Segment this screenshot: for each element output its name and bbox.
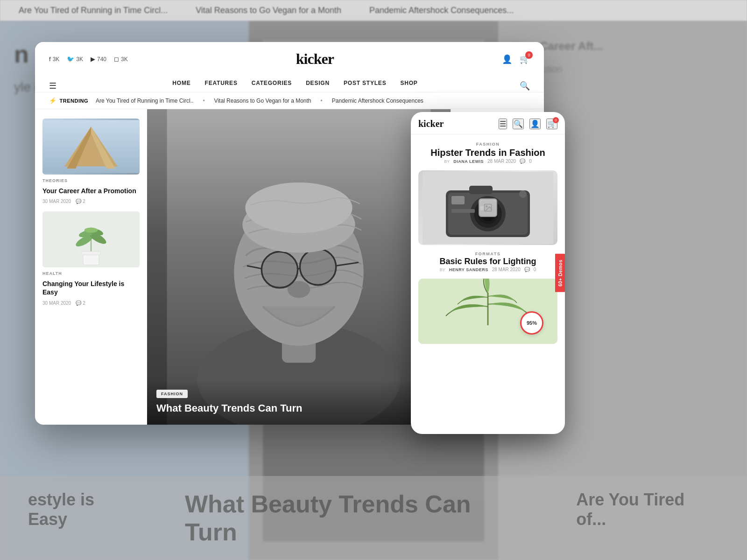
trending-label: ⚡ TRENDING xyxy=(49,97,88,104)
youtube-count: 740 xyxy=(97,56,106,63)
mobile-bottom-image: 95% xyxy=(418,279,557,344)
bg-ticker-item-2: Vital Reasons to Go Vegan for a Month xyxy=(196,6,341,15)
article-comment-1: 💬 2 xyxy=(76,199,85,204)
desktop-nav: ☰ HOME FEATURES CATEGORIES DESIGN POST S… xyxy=(49,74,530,92)
social-youtube[interactable]: ▶ 740 xyxy=(91,56,106,63)
bg-ticker-item-1: Are You Tired of Running in Time Circl..… xyxy=(19,6,168,15)
svg-point-40 xyxy=(486,206,487,207)
mobile-second-article: FORMATS Basic Rules for Lighting BY HENR… xyxy=(418,252,557,272)
mobile-author-line2: BY HENRY SANDERS 28 MAR 2020 💬 0 xyxy=(418,267,557,272)
article-title-1[interactable]: Your Career After a Promotion xyxy=(42,187,140,195)
desktop-header: f 3K 🐦 3K ▶ 740 ◻ 3K kicker xyxy=(35,42,544,92)
featured-category-badge: FASHION xyxy=(156,390,188,398)
svg-rect-38 xyxy=(451,209,475,213)
mobile-article2-date: 28 MAR 2020 xyxy=(492,267,521,272)
comment-icon-1: 💬 xyxy=(76,199,81,204)
nav-features[interactable]: FEATURES xyxy=(205,80,238,92)
mobile-author2-name: HENRY SANDERS xyxy=(449,267,488,272)
facebook-count: 3K xyxy=(53,56,60,63)
header-top: f 3K 🐦 3K ▶ 740 ◻ 3K kicker xyxy=(49,50,530,68)
bg-bottom-item-2: What Beauty Trends Can Turn xyxy=(185,490,529,546)
svg-point-26 xyxy=(245,182,352,233)
mobile-header-icons: ☰ 🔍 👤 🛒 0 xyxy=(499,119,557,129)
trending-item-2[interactable]: Vital Reasons to Go Vegan for a Month xyxy=(214,98,311,104)
featured-title[interactable]: What Beauty Trends Can Turn xyxy=(156,402,441,415)
comment-count-1: 2 xyxy=(83,199,85,204)
nav-shop[interactable]: SHOP xyxy=(400,80,417,92)
article-card-lifestyle: HEALTH Changing Your Lifestyle is Easy 3… xyxy=(42,211,140,305)
image-placeholder-icon xyxy=(479,198,497,217)
camera-visual xyxy=(418,170,557,245)
trending-bar: ⚡ TRENDING Are You Tired of Running in T… xyxy=(35,92,544,109)
twitter-icon: 🐦 xyxy=(67,56,74,63)
mobile-header: kicker ☰ 🔍 👤 🛒 0 xyxy=(411,112,565,134)
mobile-author-name: DIANA LEWIS xyxy=(453,159,484,164)
hamburger-button[interactable]: ☰ xyxy=(49,81,56,91)
trending-item-1[interactable]: Are You Tired of Running in Time Circl.. xyxy=(96,98,193,104)
article-card-career: THEORIES Your Career After a Promotion 3… xyxy=(42,119,140,204)
instagram-count: 3K xyxy=(121,56,128,63)
comment-count-2: 2 xyxy=(83,301,85,306)
bg-bottom-item-1: estyle is Easy xyxy=(28,490,138,546)
mobile-comment-count: 0 xyxy=(529,159,532,164)
bg-text-medium-2: a Promotion xyxy=(512,63,733,76)
article-img-plant xyxy=(42,211,140,267)
article-meta-2: 30 MAR 2020 💬 2 xyxy=(42,301,140,306)
mobile-featured-category: FASHION xyxy=(418,142,557,147)
article-title-2[interactable]: Changing Your Lifestyle is Easy xyxy=(42,280,140,296)
search-button[interactable]: 🔍 xyxy=(520,81,530,91)
mobile-comment-icon: 💬 xyxy=(520,159,525,164)
cart-button[interactable]: 🛒 0 xyxy=(520,54,530,64)
user-button[interactable]: 👤 xyxy=(502,54,512,64)
user-icon: 👤 xyxy=(502,55,512,64)
trending-item-3[interactable]: Pandemic Aftershock Consequences xyxy=(332,98,423,104)
bg-bottom-item-3: Are You Tired of... xyxy=(576,490,719,546)
nav-categories[interactable]: CATEGORIES xyxy=(252,80,292,92)
mobile-featured-title[interactable]: Hipster Trends in Fashion xyxy=(418,147,557,159)
mobile-search[interactable]: 🔍 xyxy=(513,119,524,129)
article-comment-2: 💬 2 xyxy=(76,301,85,306)
trending-dot-2: • xyxy=(321,98,323,104)
nav-home[interactable]: HOME xyxy=(172,80,190,92)
demos-tab[interactable]: 60+ Demos xyxy=(555,254,565,292)
article-category-1: THEORIES xyxy=(42,178,140,183)
svg-point-36 xyxy=(519,190,527,198)
nav-links: HOME FEATURES CATEGORIES DESIGN POST STY… xyxy=(70,80,520,92)
bg-ticker-item-3: Pandemic Aftershock Consequences... xyxy=(369,6,514,15)
comment-icon-2: 💬 xyxy=(76,301,81,306)
svg-point-19 xyxy=(263,253,296,287)
mobile-cart[interactable]: 🛒 0 xyxy=(546,119,557,129)
article-category-2: HEALTH xyxy=(42,271,140,276)
palm-visual: 95% xyxy=(418,279,557,344)
mobile-section-title[interactable]: Basic Rules for Lighting xyxy=(418,256,557,267)
svg-point-21 xyxy=(301,250,335,284)
twitter-count: 3K xyxy=(76,56,83,63)
mobile-logo[interactable]: kicker xyxy=(418,119,444,129)
featured-image: FASHION What Beauty Trends Can Turn xyxy=(147,109,451,425)
mobile-user[interactable]: 👤 xyxy=(529,119,541,129)
trending-text: TRENDING xyxy=(60,98,88,104)
mobile-featured: FASHION Hipster Trends in Fashion BY DIA… xyxy=(418,142,557,164)
nav-post-styles[interactable]: POST STYLES xyxy=(344,80,386,92)
bg-ticker: Are You Tired of Running in Time Circl..… xyxy=(0,0,747,21)
featured-overlay: FASHION What Beauty Trends Can Turn xyxy=(147,379,451,425)
svg-rect-6 xyxy=(81,252,101,255)
social-twitter[interactable]: 🐦 3K xyxy=(67,56,83,63)
instagram-icon: ◻ xyxy=(114,56,119,63)
nav-design[interactable]: DESIGN xyxy=(306,80,330,92)
svg-rect-35 xyxy=(469,186,493,194)
social-facebook[interactable]: f 3K xyxy=(49,56,59,63)
search-icon: 🔍 xyxy=(520,81,530,91)
center-featured: FASHION What Beauty Trends Can Turn xyxy=(147,109,451,425)
bg-bottom-text: estyle is Easy What Beauty Trends Can Tu… xyxy=(0,476,747,560)
mobile-featured-date: 28 MAR 2020 xyxy=(487,159,516,164)
social-links: f 3K 🐦 3K ▶ 740 ◻ 3K xyxy=(49,56,128,63)
article-meta-1: 30 MAR 2020 💬 2 xyxy=(42,199,140,204)
left-cards: THEORIES Your Career After a Promotion 3… xyxy=(35,109,147,425)
mobile-section-category: FORMATS xyxy=(418,252,557,256)
bg-text-large-2: Your Career Aft... xyxy=(512,40,733,53)
mobile-hamburger[interactable]: ☰ xyxy=(499,119,507,129)
site-logo[interactable]: kicker xyxy=(296,50,334,68)
social-instagram[interactable]: ◻ 3K xyxy=(114,56,128,63)
article-date-1: 30 MAR 2020 xyxy=(42,199,71,204)
